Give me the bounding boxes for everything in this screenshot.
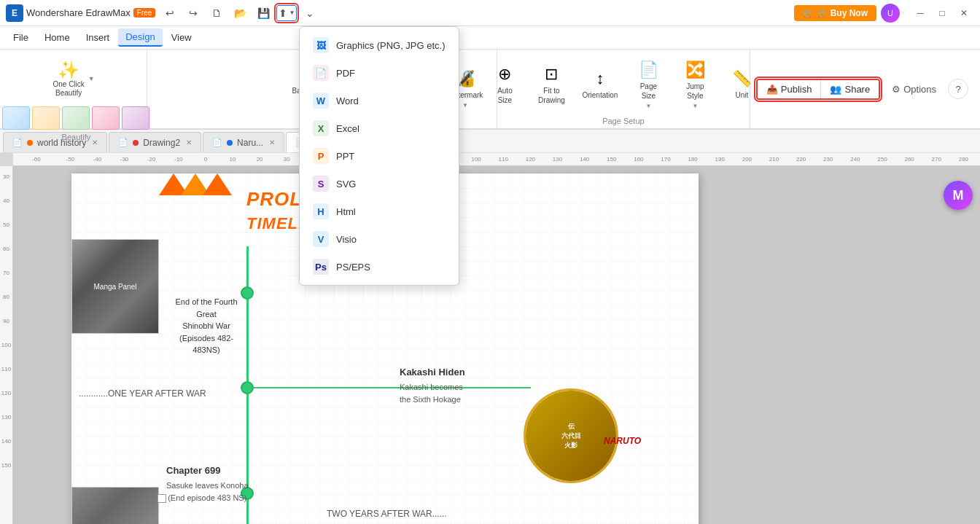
ruler-mark: 280 [950, 156, 977, 163]
ruler-mark: -50 [57, 156, 84, 163]
fit-to-drawing-button[interactable]: ⊡ Fit toDrawing [529, 60, 573, 109]
menu-home[interactable]: Home [37, 29, 77, 46]
tab-drawing2[interactable]: 📄 Drawing2 ✕ [109, 132, 201, 152]
ribbon-beautify-section: ✨ One ClickBeautify ▼ Beautify [6, 50, 147, 128]
vruler-mark: 30 [3, 173, 9, 180]
export-item-label-pdf: PDF [336, 68, 355, 79]
menu-view[interactable]: View [164, 29, 199, 46]
canvas-content[interactable]: PROLOGUE NOVELS TIMELINE Manga Panel Man… [13, 166, 980, 524]
resize-handle[interactable] [158, 494, 166, 503]
beautify-style3[interactable] [62, 106, 90, 130]
undo-button[interactable]: ↩ [160, 5, 180, 21]
tab-label-naruto: Naru... [237, 138, 263, 148]
two-years-label: TWO YEARS AFTER WAR...... [327, 509, 447, 519]
export-item-visio[interactable]: VVisio [300, 225, 459, 253]
ruler-mark: 260 [896, 156, 923, 163]
export-item-label-ppt: PPT [336, 151, 354, 162]
minimize-button[interactable]: ─ [910, 5, 930, 21]
ruler-mark: 270 [923, 156, 950, 163]
export-item-ppt[interactable]: PPPT [300, 142, 459, 170]
vruler-mark: 70 [3, 270, 9, 276]
export-item-excel[interactable]: XExcel [300, 114, 459, 142]
beautify-icon: ✨ [58, 60, 79, 80]
export-item-icon-visio: V [313, 231, 329, 247]
ruler-mark: 110 [490, 156, 517, 163]
buy-now-button[interactable]: 🛒 🛒 Buy Now [794, 5, 876, 21]
kakashi-title: Kakashi Hiden [400, 367, 465, 378]
export-item-graphics[interactable]: 🖼Graphics (PNG, JPG etc.) [300, 31, 459, 59]
new-button[interactable]: 🗋 [206, 5, 227, 21]
publish-share-group: 📤 Publish 👥 Share [756, 79, 880, 100]
maximize-button[interactable]: □ [932, 5, 952, 21]
tab-dot-world-history [27, 140, 33, 146]
export-item-label-excel: Excel [336, 123, 359, 134]
orientation-button[interactable]: ↕ Orientation [576, 65, 623, 104]
unit-label: Unit [735, 90, 748, 100]
beautify-buttons [2, 106, 149, 130]
vruler-mark: 150 [1, 462, 11, 469]
export-item-pdf[interactable]: 📄PDF [300, 59, 459, 87]
ruler-mark: 20 [246, 156, 273, 163]
page-size-button[interactable]: 📄 PageSize ▼ [626, 56, 670, 114]
vruler-mark: 110 [1, 366, 11, 372]
tab-icon-drawing2: 📄 [118, 138, 128, 147]
ribbon-page-setup-section: ⊕ AutoSize ⊡ Fit toDrawing ↕ Orientation… [497, 50, 750, 128]
tab-icon-world-history: 📄 [12, 138, 23, 147]
jump-style-button[interactable]: 🔀 JumpStyle ▼ [673, 56, 717, 114]
save-button[interactable]: 💾 [253, 5, 273, 21]
vruler-mark: 60 [3, 246, 9, 252]
export-item-icon-svg: S [313, 176, 329, 192]
ruler-mark: -20 [138, 156, 165, 163]
export-dropdown-arrow: ▼ [289, 9, 295, 16]
tab-world-history[interactable]: 📄 world history ✕ [3, 132, 107, 152]
export-item-pseps[interactable]: PsPS/EPS [300, 253, 459, 281]
vruler-mark: 140 [1, 438, 11, 445]
vertical-ruler: 30 40 50 60 70 80 90 100 110 120 130 140… [0, 166, 13, 524]
ruler-mark: -60 [16, 156, 57, 163]
export-item-icon-html: H [313, 203, 329, 219]
tab-close-naruto[interactable]: ✕ [269, 138, 275, 146]
export-item-html[interactable]: HHtml [300, 198, 459, 225]
open-button[interactable]: 📂 [230, 5, 250, 21]
fit-icon: ⊡ [545, 65, 558, 84]
title-bar-controls: ↩ ↪ 🗋 📂 💾 ⬆ ▼ ⌄ [160, 5, 320, 21]
beautify-section-label: Beautify [62, 133, 91, 144]
ruler-mark: 170 [652, 156, 679, 163]
manga-image-2: Manga Panel [71, 487, 159, 524]
beautify-style2[interactable] [32, 106, 60, 130]
menu-design[interactable]: Design [118, 28, 162, 47]
beautify-style5[interactable] [122, 106, 149, 130]
auto-size-button[interactable]: ⊕ AutoSize [483, 60, 526, 109]
export-item-svg[interactable]: SSVG [300, 170, 459, 198]
m-badge[interactable]: M [944, 181, 973, 210]
options-button[interactable]: ⚙ Options [886, 80, 942, 98]
export-item-word[interactable]: WWord [300, 87, 459, 114]
ruler-mark: 200 [734, 156, 761, 163]
manga-image-1: Manga Panel [71, 239, 159, 334]
one-click-beautify-label: One ClickBeautify [52, 80, 84, 98]
ruler-mark: 130 [544, 156, 571, 163]
more-button[interactable]: ⌄ [300, 5, 320, 21]
menu-insert[interactable]: Insert [79, 29, 117, 46]
export-button[interactable]: ⬆ ▼ [276, 5, 297, 21]
help-button[interactable]: ? [948, 79, 968, 99]
ruler-mark: -30 [111, 156, 138, 163]
one-click-beautify-button[interactable]: ✨ One ClickBeautify ▼ [47, 55, 105, 102]
menu-file[interactable]: File [6, 29, 36, 46]
share-button[interactable]: 👥 Share [821, 80, 879, 98]
tab-close-drawing2[interactable]: ✕ [186, 138, 192, 146]
close-button[interactable]: ✕ [954, 5, 974, 21]
event2-node [241, 381, 254, 394]
publish-button[interactable]: 📤 Publish [758, 80, 822, 98]
page-size-label: PageSize [640, 82, 657, 101]
ruler-mark: 140 [571, 156, 598, 163]
jump-style-label: JumpStyle [686, 82, 704, 101]
beautify-style4[interactable] [92, 106, 120, 130]
beautify-dropdown-arrow: ▼ [88, 75, 95, 82]
tab-close-world-history[interactable]: ✕ [92, 138, 98, 146]
redo-button[interactable]: ↪ [183, 5, 203, 21]
tab-bar: 📄 world history ✕ 📄 Drawing2 ✕ 📄 Naru...… [0, 130, 980, 153]
avatar[interactable]: U [881, 4, 900, 23]
beautify-style1[interactable] [2, 106, 30, 130]
tab-naruto[interactable]: 📄 Naru... ✕ [203, 132, 284, 152]
